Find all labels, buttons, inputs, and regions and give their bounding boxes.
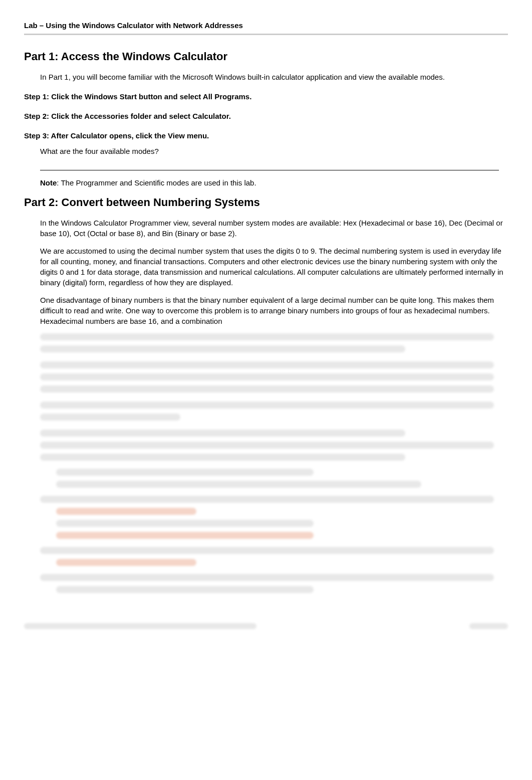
blurred-line [56,520,314,527]
footer [24,623,508,629]
step-3-question: What are the four available modes? [40,146,508,156]
footer-right-blur [469,623,508,629]
blurred-line [56,532,314,539]
answer-blank-line[interactable] [40,161,499,170]
blurred-line [56,508,196,515]
blurred-line [40,402,494,409]
blurred-line [40,385,494,393]
step-3-note: Note: The Programmer and Scientific mode… [40,177,508,188]
blurred-line [40,454,405,461]
part-2-paragraph-3: One disadvantage of binary numbers is th… [40,295,508,326]
note-label: Note [40,178,57,187]
part-2-paragraph-2: We are accustomed to using the decimal n… [40,246,508,288]
part-1-heading: Part 1: Access the Windows Calculator [24,49,508,65]
blurred-line [40,496,494,503]
footer-left-blur [24,623,256,629]
blurred-line [56,469,314,476]
header-divider [24,34,508,35]
blurred-line [40,547,494,554]
document-header-title: Lab – Using the Windows Calculator with … [24,20,508,31]
step-3-heading: Step 3: After Calculator opens, click th… [24,130,508,141]
blurred-line [40,414,180,421]
blurred-line [40,430,405,437]
blurred-line [40,442,494,449]
part-1-intro: In Part 1, you will become familiar with… [40,72,508,82]
blurred-content-block [40,333,508,593]
blurred-line [40,361,494,368]
blurred-line [40,574,494,581]
step-1-heading: Step 1: Click the Windows Start button a… [24,91,508,102]
note-text: : The Programmer and Scientific modes ar… [57,178,256,187]
blurred-line [40,333,494,340]
blurred-line [56,559,196,566]
blurred-line [56,481,421,488]
blurred-line [40,345,405,352]
part-2-paragraph-1: In the Windows Calculator Programmer vie… [40,218,508,239]
step-2-heading: Step 2: Click the Accessories folder and… [24,111,508,121]
blurred-line [56,586,314,593]
part-2-heading: Part 2: Convert between Numbering System… [24,195,508,211]
blurred-line [40,373,494,380]
